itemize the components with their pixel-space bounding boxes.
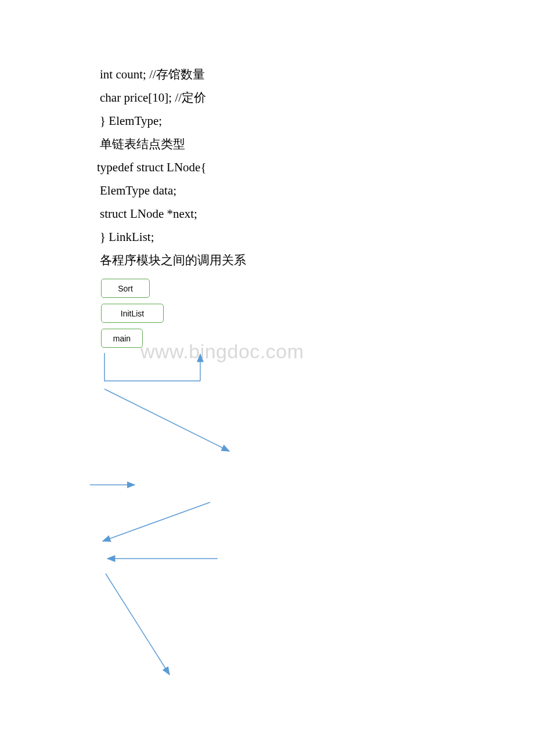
code-line-6: ElemType data;: [100, 179, 534, 202]
code-line-9: 各程序模块之间的调用关系: [100, 249, 534, 272]
boxes-container: Sort InitList main: [101, 279, 534, 348]
code-line-4: 单链表结点类型: [100, 132, 534, 156]
code-line-2: char price[10]; //定价: [100, 86, 534, 109]
code-line-8: } LinkList;: [100, 225, 534, 249]
arrow-diag-1: [104, 389, 229, 451]
code-line-5: typedef struct LNode{: [97, 156, 534, 179]
diagram-arrows: [75, 348, 308, 697]
code-line-1: int count; //存馆数量: [100, 63, 534, 86]
arrow-path-1: [104, 353, 200, 381]
arrow-diag-left-1: [103, 502, 210, 541]
arrow-diag-down-1: [106, 574, 169, 675]
box-sort: Sort: [101, 279, 150, 298]
code-content: int count; //存馆数量 char price[10]; //定价 }…: [0, 0, 534, 348]
box-main: main: [101, 329, 143, 348]
box-initlist: InitList: [101, 304, 164, 323]
code-line-3: } ElemType;: [100, 109, 534, 132]
code-line-7: struct LNode *next;: [100, 202, 534, 225]
